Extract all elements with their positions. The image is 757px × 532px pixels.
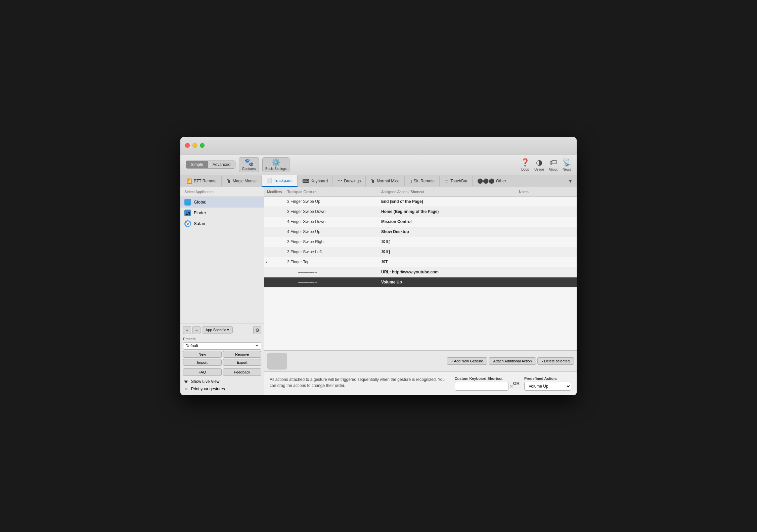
settings-gear-button[interactable]: ⚙ [253, 326, 261, 334]
app-item-finder[interactable]: 🗂 Finder [180, 208, 264, 218]
app-item-safari[interactable]: 🧭 Safari [180, 218, 264, 229]
attach-action-button[interactable]: Attach Additional Action [489, 357, 536, 365]
or-label: OR [512, 381, 521, 386]
print-icon: ≡ [183, 386, 189, 392]
minimize-button[interactable] [192, 143, 197, 148]
tab-btt-remote[interactable]: 📶 BTT Remote [182, 176, 222, 186]
news-icon: 📡 [562, 158, 571, 167]
usage-button[interactable]: ◑ Usage [534, 158, 544, 171]
close-button[interactable] [185, 143, 190, 148]
row8-action: URL: http://www.youtube.com [378, 268, 516, 276]
predefined-action-select[interactable]: Volume Up [524, 382, 571, 391]
table-row[interactable]: 4 Finger Swipe Up Show Desktop [264, 227, 577, 237]
row8-gesture: └──────→ [284, 268, 378, 276]
tab-normal-mice[interactable]: 🖱 Normal Mice [366, 176, 404, 186]
safari-icon: 🧭 [184, 220, 191, 227]
table-row[interactable]: 4 Finger Swipe Down Mission Control [264, 217, 577, 227]
row5-action: ⌘⇧[ [378, 238, 516, 246]
bottom-bar: + Add New Gesture Attach Additional Acti… [264, 350, 577, 371]
shortcut-input-wrapper: ✕ [455, 382, 508, 391]
tab-keyboard[interactable]: ⌨ Keyboard [298, 176, 333, 186]
row3-gesture: 4 Finger Swipe Down [284, 218, 378, 226]
custom-shortcut-label: Custom Keyboard Shortcut [455, 376, 508, 381]
table-row[interactable]: 3 Finger Swipe Up End (End of the Page) [264, 197, 577, 207]
tab-siri-remote-label: Siri Remote [414, 179, 435, 183]
tab-drawings[interactable]: 〰 Drawings [333, 176, 366, 186]
export-button[interactable]: Export [223, 359, 262, 366]
gestures-label: Gestures [242, 167, 256, 171]
trackpad-preview [267, 353, 287, 369]
print-gestures-label: Print your gestures [191, 387, 225, 391]
row1-gesture: 3 Finger Swipe Up [284, 197, 378, 206]
table-row[interactable]: 3 Finger Swipe Left ⌘⇧] [264, 247, 577, 257]
tab-siri-remote[interactable]: ▯ Siri Remote [405, 176, 440, 186]
sidebar-bottom: + − App Specific ▾ ⚙ Presets Default New… [180, 323, 264, 395]
docs-label: Docs [521, 168, 529, 171]
row4-gesture: 4 Finger Swipe Up [284, 228, 378, 236]
app-specific-button[interactable]: App Specific ▾ [202, 326, 233, 334]
custom-shortcut-group: Custom Keyboard Shortcut ✕ [455, 376, 508, 391]
tabs-overflow-button[interactable]: ▼ [565, 178, 575, 184]
row7-expand[interactable]: ▾ [264, 259, 284, 266]
feedback-button[interactable]: Feedback [223, 368, 262, 376]
import-button[interactable]: Import [183, 359, 222, 366]
tab-keyboard-label: Keyboard [311, 179, 328, 183]
maximize-button[interactable] [200, 143, 205, 148]
preset-buttons: New Remove [183, 351, 261, 358]
add-gesture-button[interactable]: + Add New Gesture [447, 357, 488, 365]
tab-trackpads[interactable]: ⬜ Trackpads [262, 175, 298, 187]
gestures-toolbar-button[interactable]: 🐾 Gestures [239, 157, 259, 172]
table-row[interactable]: └──────→ URL: http://www.youtube.com [264, 267, 577, 277]
arrow-line-icon-2: └──────→ [297, 280, 317, 285]
docs-button[interactable]: ❓ Docs [521, 158, 530, 171]
presets-section: Presets Default New Remove Import Export [183, 337, 261, 366]
preset-select[interactable]: Default [183, 342, 261, 350]
btt-remote-icon: 📶 [186, 178, 192, 184]
table-row[interactable]: ▾ 3 Finger Tap ⌘T [264, 257, 577, 267]
show-live-view-row[interactable]: 👁 Show Live View [183, 378, 261, 385]
tab-touchbar[interactable]: ▭ TouchBar [440, 176, 473, 186]
row5-modifiers [264, 240, 284, 243]
global-icon: 🌐 [184, 199, 191, 206]
col-modifiers: Modifiers [264, 188, 284, 195]
table-row[interactable]: 3 Finger Swipe Down Home (Beginning of t… [264, 207, 577, 217]
presets-label: Presets [183, 337, 261, 341]
table-row[interactable]: └──────→ Volume Up [264, 277, 577, 287]
simple-mode-button[interactable]: Simple [186, 161, 208, 168]
add-app-button[interactable]: + [183, 326, 191, 334]
keyboard-icon: ⌨ [302, 178, 309, 184]
app-item-global[interactable]: 🌐 Global [180, 197, 264, 208]
about-label: About [549, 168, 558, 171]
basic-settings-toolbar-button[interactable]: ⚙️ Basic Settings [262, 157, 290, 172]
sidebar-header: Select Application: [180, 187, 264, 197]
settings-icon: ⚙️ [271, 159, 280, 166]
delete-selected-button[interactable]: - Delete selected [537, 357, 574, 365]
app-safari-label: Safari [194, 221, 205, 226]
about-button[interactable]: 🏷 About [549, 158, 558, 171]
gestures-icon: 🐾 [244, 159, 254, 166]
row2-gesture: 3 Finger Swipe Down [284, 208, 378, 216]
tab-touchbar-label: TouchBar [450, 179, 467, 183]
news-button[interactable]: 📡 News [562, 158, 571, 171]
device-tabs: 📶 BTT Remote 🖱 Magic Mouse ⬜ Trackpads ⌨… [180, 175, 577, 187]
remove-app-button[interactable]: − [192, 326, 201, 334]
faq-button[interactable]: FAQ [183, 368, 222, 376]
tab-magic-mouse[interactable]: 🖱 Magic Mouse [222, 176, 262, 186]
gesture-rows: 3 Finger Swipe Up End (End of the Page) … [264, 197, 577, 350]
advanced-mode-button[interactable]: Advanced [208, 161, 235, 168]
arrow-line-icon: └──────→ [297, 270, 317, 275]
shortcut-input-field[interactable] [458, 384, 508, 389]
basic-settings-label: Basic Settings [265, 167, 286, 171]
magic-mouse-icon: 🖱 [226, 178, 231, 184]
sidebar-links: FAQ Feedback [183, 368, 261, 376]
row9-notes [516, 280, 577, 284]
new-preset-button[interactable]: New [183, 351, 222, 358]
print-gestures-row[interactable]: ≡ Print your gestures [183, 385, 261, 393]
row2-action: Home (Beginning of the Page) [378, 208, 516, 216]
table-row[interactable]: 3 Finger Swipe Right ⌘⇧[ [264, 237, 577, 247]
import-export-buttons: Import Export [183, 359, 261, 366]
predefined-label: Predefined Action: [524, 376, 571, 381]
app-finder-label: Finder [194, 210, 206, 215]
tab-other[interactable]: ⚫⚫⚫ Other [473, 176, 511, 186]
remove-preset-button[interactable]: Remove [223, 351, 262, 358]
